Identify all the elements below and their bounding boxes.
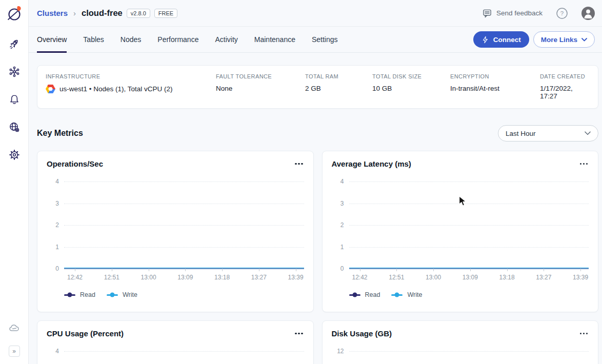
legend-item-read[interactable]: Read [349, 291, 380, 298]
breadcrumb-chevron-icon: › [73, 9, 76, 17]
legend-marker [107, 294, 118, 296]
chart-header: CPU Usage (Percent) [47, 329, 304, 338]
chart-legend: ReadWrite [64, 291, 304, 298]
more-links-button[interactable]: More Links [533, 31, 595, 48]
x-tick-mark [470, 269, 471, 271]
info-field-total-ram: TOTAL RAM2 GB [305, 73, 372, 100]
chart-menu-button[interactable] [579, 161, 589, 167]
help-icon[interactable]: ? [556, 7, 568, 19]
legend-marker [64, 294, 75, 296]
avatar[interactable] [581, 7, 595, 20]
y-tick-label: 12 [337, 348, 344, 355]
tab-overview[interactable]: Overview [37, 27, 67, 52]
gridline [349, 181, 589, 182]
y-tick-label: 2 [55, 221, 59, 229]
tab-nodes[interactable]: Nodes [121, 27, 141, 52]
gridline [64, 351, 304, 352]
sidebar-expand-button[interactable]: » [9, 346, 20, 357]
gridline [64, 204, 304, 204]
legend-marker [349, 294, 360, 296]
x-tick-mark [75, 269, 75, 271]
legend-label: Read [365, 291, 380, 298]
gridline [64, 247, 304, 248]
y-tick-label: 4 [340, 178, 344, 185]
gridline [349, 225, 589, 226]
cluster-name: cloud-free [82, 8, 123, 18]
chart-title: Average Latency (ms) [332, 159, 411, 168]
chart-menu-button[interactable] [579, 331, 589, 337]
legend-label: Read [80, 291, 95, 298]
send-feedback-button[interactable]: Send feedback [482, 8, 543, 18]
tab-activity[interactable]: Activity [215, 27, 237, 52]
legend-label: Write [407, 291, 422, 298]
metric-card-operations-sec: Operations/Sec4321012:4212:5113:0013:091… [37, 151, 314, 312]
metric-card-average-latency-ms: Average Latency (ms)4321012:4212:5113:00… [322, 151, 599, 312]
chart-plot-area: 129630 [332, 351, 589, 364]
info-value-text: None [216, 85, 232, 92]
info-label: INFRASTRUCTURE [46, 73, 216, 79]
x-tick-mark [296, 269, 296, 271]
gridline [64, 225, 304, 226]
cloud-icon[interactable] [8, 322, 21, 334]
x-tick-mark [507, 269, 508, 271]
plot-canvas [64, 351, 304, 364]
info-label: DATE CREATED [540, 73, 590, 79]
tab-performance[interactable]: Performance [157, 27, 198, 52]
chart-menu-button[interactable] [294, 161, 304, 167]
x-tick-label: 13:09 [463, 274, 478, 281]
network-icon[interactable] [8, 66, 21, 78]
plot-canvas [349, 181, 589, 269]
bell-icon[interactable] [8, 93, 21, 106]
legend-label: Write [123, 291, 137, 298]
y-tick-label: 3 [55, 200, 59, 207]
x-tick-label: 12:42 [67, 274, 83, 281]
chevron-down-icon [585, 131, 591, 135]
info-label: TOTAL DISK SIZE [372, 73, 450, 79]
info-value-text: us-west1 • Nodes (1), Total vCPU (2) [59, 85, 173, 93]
chart-header: Disk Usage (GB) [332, 329, 589, 338]
connect-button[interactable]: Connect [473, 31, 529, 48]
info-value: 2 GB [305, 85, 372, 92]
feedback-label: Send feedback [496, 9, 543, 17]
x-axis-labels: 12:4212:5113:0013:0913:1813:2713:39 [349, 274, 589, 282]
x-axis-line [349, 268, 589, 269]
x-tick-mark [544, 269, 544, 271]
legend-item-write[interactable]: Write [391, 291, 422, 298]
gridline [64, 181, 304, 182]
x-tick-mark [259, 269, 259, 271]
planet-logo-icon[interactable] [7, 5, 22, 24]
x-tick-mark [580, 269, 581, 271]
x-axis-labels: 12:4212:5113:0013:0913:1813:2713:39 [64, 274, 304, 282]
y-tick-label: 3 [340, 200, 344, 207]
legend-item-write[interactable]: Write [107, 291, 137, 298]
key-metrics-title: Key Metrics [37, 129, 83, 138]
tab-maintenance[interactable]: Maintenance [254, 27, 295, 52]
x-tick-label: 13:18 [499, 274, 515, 281]
chart-plot-area: 43210 [47, 181, 304, 269]
info-field-infrastructure: INFRASTRUCTUREus-west1 • Nodes (1), Tota… [46, 73, 216, 100]
x-tick-label: 13:18 [214, 274, 230, 281]
x-tick-label: 13:27 [251, 274, 267, 281]
x-tick-label: 12:51 [389, 274, 404, 281]
legend-marker [391, 294, 403, 296]
time-range-select[interactable]: Last Hour [498, 125, 598, 141]
rocket-icon[interactable] [8, 38, 21, 50]
breadcrumb-clusters-link[interactable]: Clusters [37, 9, 68, 17]
info-field-encryption: ENCRYPTIONIn-transit/At-rest [450, 73, 540, 100]
gear-icon[interactable] [8, 149, 21, 161]
info-label: FAULT TOLERANCE [216, 73, 305, 79]
chart-menu-button[interactable] [294, 331, 304, 337]
info-value: 1/17/2022, 17:27 [540, 85, 590, 100]
x-tick-mark [185, 269, 186, 271]
cluster-info-bar: INFRASTRUCTUREus-west1 • Nodes (1), Tota… [37, 65, 598, 109]
legend-item-read[interactable]: Read [64, 291, 95, 298]
y-tick-label: 4 [55, 178, 59, 185]
y-tick-label: 1 [340, 244, 344, 251]
y-tick-label: 4 [55, 348, 59, 355]
tab-settings[interactable]: Settings [312, 27, 338, 52]
version-badge: v2.8.0 [127, 9, 150, 18]
tab-tables[interactable]: Tables [83, 27, 104, 52]
globe-settings-icon[interactable] [8, 121, 21, 133]
y-tick-label: 0 [55, 265, 59, 272]
x-tick-label: 13:00 [141, 274, 156, 281]
